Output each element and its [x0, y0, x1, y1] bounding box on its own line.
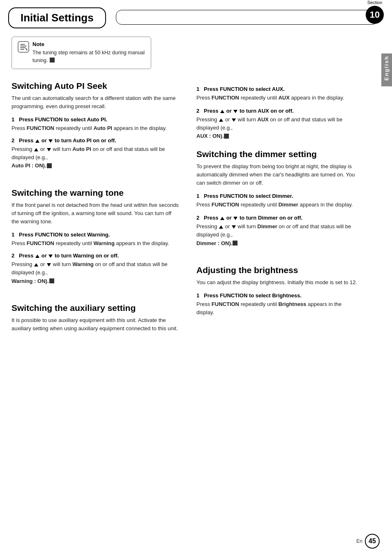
- auxiliary-heading: Switching the auxiliary setting: [12, 303, 179, 313]
- section-label: Section: [367, 0, 383, 5]
- note-box: Note The tuning step remains at 50 kHz d…: [12, 37, 151, 69]
- warning-tone-heading: Switching the warning tone: [12, 188, 179, 198]
- section-warning-tone: Switching the warning tone If the front …: [12, 188, 179, 285]
- section-badge: Section 10: [366, 0, 384, 24]
- dimmer-step-1-body: Press FUNCTION repeatedly until Dimmer a…: [196, 201, 357, 209]
- auto-pi-step-1-body: Press FUNCTION repeatedly until Auto PI …: [12, 124, 179, 132]
- dimmer-result: Dimmer : ON).: [196, 240, 238, 246]
- note-body: The tuning step remains at 50 kHz during…: [32, 49, 145, 65]
- dimmer-step-1: 1 Press FUNCTION to select Dimmer. Press…: [196, 193, 357, 209]
- aux-step-1: 1 Press FUNCTION to select AUX. Press FU…: [196, 86, 357, 102]
- warning-step-1-title: 1 Press FUNCTION to select Warning.: [12, 232, 179, 238]
- section-number: 10: [366, 6, 384, 24]
- svg-rect-0: [18, 42, 29, 52]
- warning-result: Warning : ON).: [12, 278, 54, 284]
- title-box: Initial Settings: [8, 7, 106, 28]
- stop-icon-4: [224, 134, 229, 139]
- aux-step-1-title: 1 Press FUNCTION to select AUX.: [196, 86, 357, 92]
- auto-pi-seek-heading: Switching Auto PI Seek: [12, 81, 179, 91]
- aux-step-2-title: 2 Press or to turn AUX on or off.: [196, 108, 357, 114]
- stop-icon-3: [49, 278, 54, 283]
- note-icon: [18, 41, 29, 54]
- section-auxiliary: Switching the auxiliary setting It is po…: [12, 303, 179, 333]
- dimmer-step-2-title: 2 Press or to turn Dimmer on or off.: [196, 215, 357, 221]
- section-auto-pi-seek: Switching Auto PI Seek The unit can auto…: [12, 81, 179, 170]
- note-content: Note The tuning step remains at 50 kHz d…: [32, 41, 145, 65]
- dimmer-heading: Switching the dimmer setting: [196, 149, 357, 159]
- page-en-label: En: [356, 538, 362, 544]
- aux-result: AUX : ON).: [196, 133, 229, 139]
- auto-pi-seek-intro: The unit can automatically search for a …: [12, 94, 179, 111]
- aux-step-2-body: Pressing or will turn AUX on or off and …: [196, 116, 357, 140]
- stop-icon-5: [233, 241, 238, 246]
- section-aux-steps: 1 Press FUNCTION to select AUX. Press FU…: [196, 86, 357, 141]
- header-divider: [116, 10, 378, 25]
- language-label: English: [381, 53, 392, 86]
- warning-step-1-body: Press FUNCTION repeatedly until Warning …: [12, 239, 179, 248]
- aux-step-2: 2 Press or to turn AUX on or off. Pressi…: [196, 108, 357, 140]
- page-footer: En 45: [356, 534, 380, 549]
- auto-pi-result: Auto PI : ON).: [12, 162, 52, 169]
- stop-icon: [50, 58, 55, 63]
- warning-step-2-title: 2 Press or to turn Warning on or off.: [12, 253, 179, 259]
- brightness-intro: You can adjust the display brightness. I…: [196, 278, 357, 287]
- warning-step-1: 1 Press FUNCTION to select Warning. Pres…: [12, 232, 179, 248]
- page-title: Initial Settings: [21, 12, 94, 24]
- divider-2: [12, 290, 179, 299]
- auto-pi-step-1: 1 Press FUNCTION to select Auto PI. Pres…: [12, 116, 179, 132]
- brightness-step-1-title: 1 Press FUNCTION to select Brightness.: [196, 292, 357, 299]
- warning-step-2: 2 Press or to turn Warning on or off. Pr…: [12, 253, 179, 285]
- warning-tone-intro: If the front panel is not detached from …: [12, 201, 179, 226]
- auto-pi-step-1-title: 1 Press FUNCTION to select Auto PI.: [12, 116, 179, 123]
- auto-pi-step-2-body: Pressing or will turn Auto PI on or off …: [12, 145, 179, 170]
- note-title: Note: [32, 41, 145, 47]
- dimmer-step-2: 2 Press or to turn Dimmer on or off. Pre…: [196, 215, 357, 247]
- auto-pi-step-2-title: 2 Press or to turn Auto PI on or off.: [12, 137, 179, 144]
- header: Initial Settings Section 10: [0, 0, 392, 28]
- divider-3: [196, 253, 357, 261]
- dimmer-step-2-body: Pressing or will turn Dimmer on or off a…: [196, 222, 357, 247]
- section-brightness: Adjusting the brightness You can adjust …: [196, 265, 357, 317]
- left-column: Note The tuning step remains at 50 kHz d…: [0, 32, 189, 343]
- brightness-step-1: 1 Press FUNCTION to select Brightness. P…: [196, 292, 357, 317]
- warning-step-2-body: Pressing or will turn Warning on or off …: [12, 260, 179, 285]
- main-content: Note The tuning step remains at 50 kHz d…: [0, 28, 392, 343]
- right-column: 1 Press FUNCTION to select AUX. Press FU…: [189, 32, 378, 343]
- aux-step-1-body: Press FUNCTION repeatedly until AUX appe…: [196, 94, 357, 102]
- stop-icon-2: [47, 163, 52, 168]
- page: Initial Settings Section 10 English: [0, 0, 392, 556]
- brightness-heading: Adjusting the brightness: [196, 265, 357, 275]
- dimmer-intro: To prevent the display from being too br…: [196, 162, 357, 187]
- section-dimmer: Switching the dimmer setting To prevent …: [196, 149, 357, 248]
- page-number: 45: [365, 534, 380, 549]
- divider-1: [12, 175, 179, 183]
- auto-pi-step-2: 2 Press or to turn Auto PI on or off. Pr…: [12, 137, 179, 170]
- auxiliary-intro: It is possible to use auxiliary equipmen…: [12, 316, 179, 333]
- dimmer-step-1-title: 1 Press FUNCTION to select Dimmer.: [196, 193, 357, 199]
- brightness-step-1-body: Press FUNCTION repeatedly until Brightne…: [196, 300, 357, 317]
